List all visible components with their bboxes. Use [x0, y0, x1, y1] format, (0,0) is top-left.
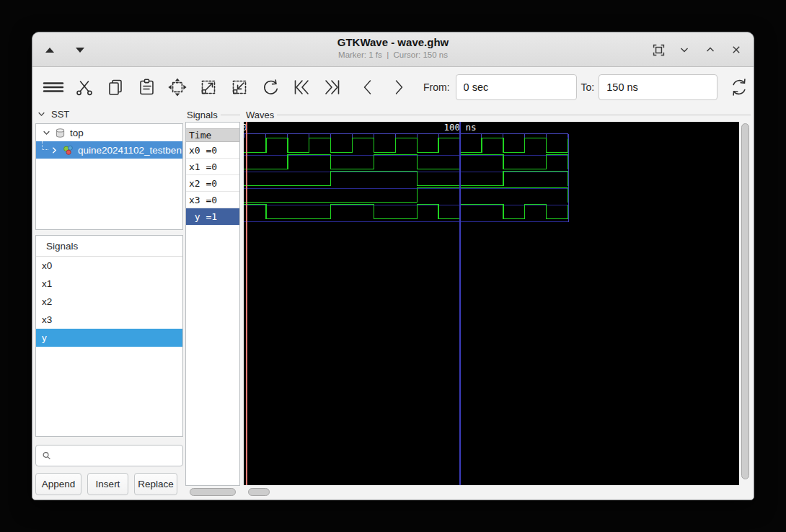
to-start-button[interactable]	[291, 76, 312, 98]
sst-header[interactable]: SST	[37, 109, 69, 120]
zoom-out-icon	[229, 76, 250, 98]
search-input[interactable]	[56, 451, 182, 461]
value-row-x2[interactable]: x2=0	[186, 175, 239, 192]
value-row-y[interactable]: y=1	[186, 208, 239, 225]
scrollbar-thumb[interactable]	[248, 488, 270, 496]
toolbar: From: To:	[32, 67, 754, 107]
undo-button[interactable]	[260, 76, 281, 98]
signal-list-item-x3[interactable]: x3	[36, 311, 182, 329]
close-button[interactable]	[729, 43, 743, 57]
expander-down-icon[interactable]	[42, 128, 51, 138]
zoom-fit-button[interactable]	[167, 76, 188, 98]
sst-tree: top quine20241102_testben	[35, 123, 183, 230]
signal-name: x0	[42, 260, 52, 271]
shade-down-button[interactable]	[73, 43, 87, 57]
signal-list-item-y[interactable]: y	[36, 329, 182, 347]
zoom-out-button[interactable]	[229, 76, 250, 98]
module-cylinder-icon	[54, 127, 66, 139]
signal-name: x2	[189, 178, 200, 189]
signals-frame-label: Signals	[187, 110, 218, 120]
signal-value: =0	[206, 161, 217, 172]
triangle-up-icon	[45, 48, 54, 53]
replace-button[interactable]: Replace	[134, 473, 177, 495]
signal-name: y	[189, 211, 200, 222]
triangle-down-icon	[76, 48, 84, 53]
maximize-button[interactable]	[703, 43, 717, 57]
to-input[interactable]	[599, 74, 717, 100]
chevron-down-icon	[37, 110, 46, 119]
spacer	[186, 123, 239, 128]
titlebar-titles: GTKWave - wave.ghw Marker: 1 fs | Cursor…	[177, 36, 609, 59]
signal-value: =0	[206, 195, 217, 205]
signal-list-item-x1[interactable]: x1	[36, 275, 182, 293]
signal-name: x0	[189, 145, 200, 156]
titlebar-left-buttons	[43, 32, 87, 67]
chevron-left-icon	[357, 76, 379, 98]
from-input[interactable]	[456, 74, 577, 100]
wave-hscrollbar[interactable]	[244, 488, 739, 497]
tree-item-label: top	[70, 128, 84, 138]
scrollbar-thumb[interactable]	[741, 123, 749, 479]
step-left-button[interactable]	[357, 76, 379, 98]
tree-item-testbench[interactable]: quine20241102_testben	[36, 141, 182, 159]
skip-to-start-icon	[291, 76, 312, 98]
fullscreen-icon	[653, 44, 665, 56]
frame-line	[277, 115, 751, 115]
tree-item-top[interactable]: top	[36, 124, 182, 141]
copy-button[interactable]	[105, 76, 126, 98]
signal-values-hscrollbar[interactable]	[185, 488, 240, 497]
minimize-button[interactable]	[677, 43, 692, 57]
wave-vscrollbar[interactable]	[741, 122, 751, 485]
titlebar-right-buttons	[651, 32, 743, 67]
signal-value: =0	[206, 145, 217, 156]
close-icon	[730, 44, 742, 56]
to-end-button[interactable]	[322, 76, 343, 98]
gtkwave-window: GTKWave - wave.ghw Marker: 1 fs | Cursor…	[32, 32, 754, 500]
titlebar[interactable]: GTKWave - wave.ghw Marker: 1 fs | Cursor…	[32, 32, 754, 67]
signal-name: x3	[189, 195, 200, 205]
frame-line	[221, 115, 240, 115]
tree-connector	[42, 141, 48, 150]
component-icon	[62, 144, 74, 156]
reload-icon	[728, 76, 750, 98]
wave-canvas[interactable]: 0100 ns	[244, 122, 739, 485]
waveform-display[interactable]: 0100 ns	[244, 122, 739, 485]
signal-value: =0	[206, 178, 217, 189]
insert-button[interactable]: Insert	[87, 473, 128, 495]
append-button[interactable]: Append	[35, 473, 81, 495]
fullscreen-button[interactable]	[651, 43, 666, 57]
step-right-button[interactable]	[388, 76, 410, 98]
expander-right-icon[interactable]	[50, 146, 59, 155]
paste-button[interactable]	[136, 76, 157, 98]
undo-icon	[260, 76, 281, 98]
waves-frame-header: Waves	[246, 110, 751, 120]
signal-list-item-x2[interactable]: x2	[36, 293, 182, 311]
reload-button[interactable]	[728, 76, 751, 99]
value-row-x0[interactable]: x0=0	[186, 142, 239, 159]
signal-list-panel: Signals x0 x1 x2 x3 y	[35, 235, 183, 437]
zoom-in-button[interactable]	[198, 76, 219, 98]
value-row-x3[interactable]: x3=0	[186, 192, 239, 208]
to-label: To:	[581, 81, 595, 93]
signal-search-box[interactable]	[35, 445, 183, 466]
search-icon	[42, 450, 51, 461]
menu-button[interactable]	[43, 76, 64, 98]
scissors-icon	[74, 76, 95, 98]
signal-values-panel: Time x0=0 x1=0 x2=0 x3=0 y=1	[185, 122, 240, 486]
signals-frame-header: Signals	[187, 110, 240, 120]
chevron-up-icon	[705, 44, 716, 56]
shade-up-button[interactable]	[43, 43, 57, 57]
signal-name: x1	[189, 161, 200, 172]
value-row-x1[interactable]: x1=0	[186, 159, 239, 175]
cut-button[interactable]	[74, 76, 95, 98]
waves-frame-label: Waves	[246, 110, 274, 120]
scrollbar-thumb[interactable]	[190, 488, 236, 496]
from-label: From:	[423, 81, 450, 93]
signal-name: x3	[42, 314, 52, 325]
skip-to-end-icon	[322, 76, 343, 98]
copy-icon	[105, 76, 126, 98]
paste-icon	[136, 76, 157, 98]
zoom-in-icon	[198, 76, 219, 98]
tree-item-label: quine20241102_testben	[78, 145, 182, 156]
signal-list-item-x0[interactable]: x0	[36, 257, 182, 275]
